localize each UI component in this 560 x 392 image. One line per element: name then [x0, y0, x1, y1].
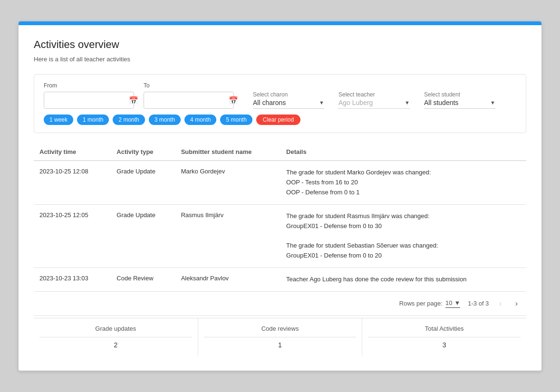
rows-per-page-group: Rows per page: 10 ▼: [399, 299, 460, 308]
code-reviews-label: Code reviews: [204, 325, 357, 332]
cell-type-0: Grade Update: [111, 161, 175, 204]
cell-details-2: Teacher Ago Luberg has done the code rev…: [280, 268, 526, 291]
next-page-button[interactable]: ›: [512, 298, 521, 309]
from-group: From 📅: [44, 82, 134, 109]
student-arrow-icon: ▼: [490, 100, 495, 105]
main-card: Activities overview Here is a list of al…: [19, 21, 541, 370]
col-details: Details: [280, 144, 526, 161]
rows-per-page-arrow: ▼: [454, 299, 460, 306]
teacher-arrow-icon: ▼: [405, 100, 410, 105]
to-group: To 📅: [144, 82, 234, 109]
table-row: 2023-10-23 13:03Code ReviewAleksandr Pav…: [34, 268, 526, 291]
table-row: 2023-10-25 12:05Grade UpdateRasmus Ilmjä…: [34, 204, 526, 268]
code-reviews-value: 1: [204, 341, 357, 349]
table-row: 2023-10-25 12:08Grade UpdateMarko Gordej…: [34, 161, 526, 204]
rows-per-page-value: 10: [445, 299, 452, 306]
details-text-2: Teacher Ago Luberg has done the code rev…: [286, 276, 466, 283]
from-calendar-icon[interactable]: 📅: [129, 96, 138, 105]
col-activity-time: Activity time: [34, 144, 111, 161]
col-activity-type: Activity type: [111, 144, 175, 161]
chip-3month[interactable]: 3 month: [149, 115, 181, 125]
teacher-select[interactable]: Ago Luberg ▼: [338, 99, 410, 109]
total-activities-cell: Total Activities 3: [362, 318, 526, 355]
cell-type-1: Grade Update: [111, 204, 175, 268]
cell-student-1: Rasmus Ilmjärv: [175, 204, 280, 268]
chip-5month[interactable]: 5 month: [220, 115, 252, 125]
clear-period-button[interactable]: Clear period: [256, 115, 300, 125]
page-subtitle: Here is a list of all teacher activities: [34, 56, 526, 63]
charon-value: All charons: [253, 99, 317, 106]
charon-arrow-icon: ▼: [319, 100, 324, 105]
grade-updates-value: 2: [39, 341, 192, 349]
from-label: From: [44, 82, 134, 89]
prev-page-button[interactable]: ‹: [496, 298, 504, 309]
student-select[interactable]: All students ▼: [424, 99, 495, 109]
cell-type-2: Code Review: [111, 268, 175, 291]
code-reviews-cell: Code reviews 1: [198, 318, 363, 355]
chip-1month[interactable]: 1 month: [77, 115, 109, 125]
to-calendar-icon[interactable]: 📅: [229, 96, 238, 105]
col-submitter-name: Submitter student name: [175, 144, 280, 161]
teacher-select-label: Select teacher: [338, 91, 410, 98]
to-date-field[interactable]: [149, 97, 229, 104]
filter-row: From 📅 To 📅 Select charon: [44, 82, 516, 109]
page-info: 1-3 of 3: [468, 300, 489, 307]
student-select-group: Select student All students ▼: [424, 91, 495, 109]
grade-updates-cell: Grade updates 2: [34, 318, 198, 355]
rows-per-page-select[interactable]: 10 ▼: [445, 299, 460, 308]
cell-time-0: 2023-10-25 12:08: [34, 161, 111, 204]
chip-4month[interactable]: 4 month: [184, 115, 216, 125]
charon-select-group: Select charon All charons ▼: [253, 91, 324, 109]
activities-table: Activity time Activity type Submitter st…: [34, 144, 526, 291]
cell-details-0: The grade for student Marko Gordejev was…: [280, 161, 526, 204]
cell-student-2: Aleksandr Pavlov: [175, 268, 280, 291]
top-bar: [19, 21, 541, 25]
summary-row: Grade updates 2 Code reviews 1 Total Act…: [34, 318, 526, 355]
details-text-0: The grade for student Marko Gordejev was…: [286, 169, 431, 196]
student-select-label: Select student: [424, 91, 495, 98]
page-title: Activities overview: [34, 38, 526, 51]
charon-select[interactable]: All charons ▼: [253, 99, 324, 109]
teacher-select-group: Select teacher Ago Luberg ▼: [338, 91, 410, 109]
from-date-field[interactable]: [49, 97, 129, 104]
chip-2month[interactable]: 2 month: [113, 115, 145, 125]
student-value: All students: [424, 99, 488, 106]
chip-1week[interactable]: 1 week: [44, 115, 73, 125]
to-label: To: [144, 82, 234, 89]
total-activities-value: 3: [368, 341, 521, 349]
card-body: Activities overview Here is a list of al…: [19, 25, 541, 370]
grade-updates-label: Grade updates: [39, 325, 192, 332]
cell-details-1: The grade for student Rasmus Ilmjärv was…: [280, 204, 526, 268]
rows-per-page-label: Rows per page:: [399, 300, 443, 307]
cell-student-0: Marko Gordejev: [175, 161, 280, 204]
from-date-input[interactable]: 📅: [44, 92, 134, 109]
chips-row: 1 week 1 month 2 month 3 month 4 month 5…: [44, 115, 516, 125]
total-activities-label: Total Activities: [368, 325, 521, 332]
cell-time-1: 2023-10-25 12:05: [34, 204, 111, 268]
charon-select-label: Select charon: [253, 91, 324, 98]
details-text-1: The grade for student Rasmus Ilmjärv was…: [286, 212, 438, 259]
teacher-value: Ago Luberg: [338, 99, 403, 106]
filter-box: From 📅 To 📅 Select charon: [34, 74, 526, 133]
pagination-row: Rows per page: 10 ▼ 1-3 of 3 ‹ ›: [34, 292, 526, 316]
to-date-input[interactable]: 📅: [144, 92, 234, 109]
cell-time-2: 2023-10-23 13:03: [34, 268, 111, 291]
